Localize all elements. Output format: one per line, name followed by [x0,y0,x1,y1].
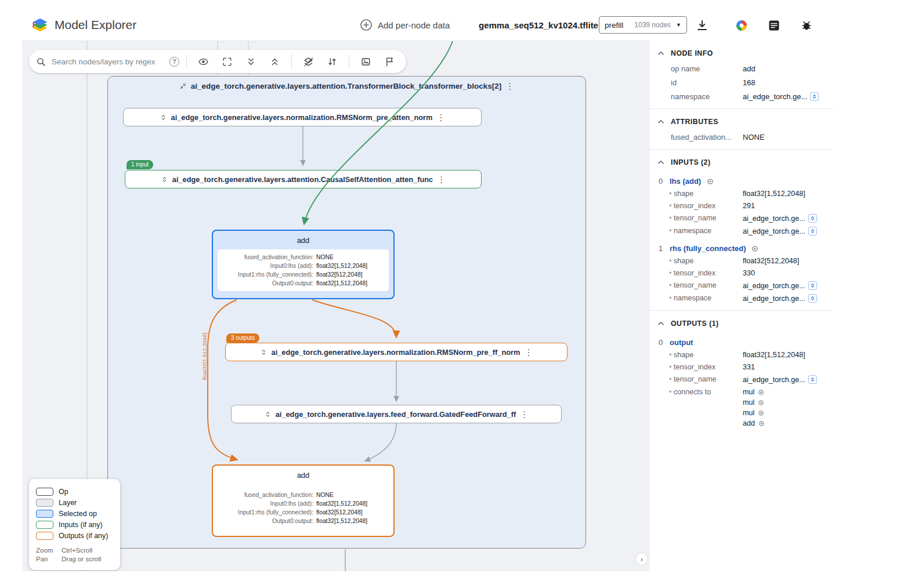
attr-row: fused_activation_function:NONE [222,491,384,499]
docs-list-button[interactable] [766,17,782,34]
detail-key: shape [669,190,743,198]
export-image-button[interactable] [356,52,375,71]
section-header-inputs[interactable]: INPUTS (2) [650,150,833,168]
section-header-outputs[interactable]: OUTPUTS (1) [650,311,833,329]
kebab-menu-icon[interactable]: ⋮ [437,175,446,184]
attr-key: Input1:rhs (fully_connected): [222,508,313,517]
layer-node-gated-feed-forward[interactable]: ai_edge_torch.generative.layers.feed_for… [231,405,562,423]
locate-icon[interactable] [751,245,759,253]
legend-label: Outputs (if any) [59,532,108,540]
info-value: 168 [743,78,755,87]
op-node-add-selected[interactable]: add fused_activation_function:NONE Input… [212,230,395,299]
locate-icon[interactable] [757,409,765,417]
collapse-diagonal-icon[interactable] [179,82,187,90]
connects-to-item: mul [743,388,765,396]
help-icon[interactable]: ? [169,57,179,67]
graph-selector-dropdown[interactable]: prefill 1039 nodes ▼ [599,16,687,34]
theme-palette-button[interactable] [733,17,750,34]
output-name[interactable]: output [670,338,693,347]
fit-to-screen-button[interactable] [218,52,237,71]
bug-icon [800,19,814,32]
unfold-icon [264,411,272,418]
input-name[interactable]: rhs (fully_connected) [670,244,746,253]
kebab-menu-icon[interactable]: ⋮ [436,113,445,122]
graph-name: prefill [605,21,623,30]
collapse-all-layers-button[interactable] [265,52,284,71]
expand-value-stepper[interactable] [808,227,817,235]
connected-node[interactable]: mul [743,398,754,406]
double-chevron-up-icon [269,56,280,67]
kebab-menu-icon[interactable]: ⋮ [524,348,533,357]
layer-node-rmsnorm-pre-ff-norm[interactable]: ai_edge_torch.generative.layers.normaliz… [225,343,567,361]
chevron-up-icon [657,49,665,57]
detail-key: tensor_index [669,202,743,210]
attr-row: Input0:lhs (add):float32[1,512,2048] [222,499,384,508]
detail-key: tensor_name [669,214,743,222]
detail-value: ai_edge_torch.ge... [743,295,805,303]
graph-canvas[interactable]: ai_edge_torch.generative.layers.attentio… [22,41,650,571]
info-value-wrap: ai_edge_torch.ge... [743,92,819,101]
flatten-layers-button[interactable] [299,52,318,71]
selected-op-swatch [36,510,53,518]
detail-row: shapefloat32[1,512,2048] [669,190,833,198]
section-header-node-info[interactable]: NODE INFO [650,41,833,59]
op-node-add-output[interactable]: add fused_activation_function:NONE Input… [212,464,395,537]
unfold-icon [809,215,816,222]
unfold-icon [809,228,816,234]
connects-to-item: add [743,419,765,427]
expand-value-stepper[interactable] [808,375,817,384]
attr-row: Input1:rhs (fully_connected):float32[512… [222,270,384,279]
expand-value-stepper[interactable] [808,281,817,290]
node-details-panel: NODE INFO op nameadd id168 namespace ai_… [650,41,833,571]
chevron-up-icon [657,118,665,126]
expand-value-stepper[interactable] [808,294,817,303]
locate-icon[interactable] [706,177,714,186]
section-header-attributes[interactable]: ATTRIBUTES [650,109,833,128]
input-name[interactable]: lhs (add) [670,177,701,186]
connected-node[interactable]: add [743,419,755,427]
detail-row: tensor_nameai_edge_torch.ge... [669,281,833,290]
locate-icon[interactable] [757,399,765,406]
expand-all-layers-button[interactable] [241,52,261,71]
kebab-menu-icon[interactable]: ⋮ [505,82,514,90]
inputs-swatch [36,521,53,529]
input-index: 1 [659,244,664,253]
detail-value: float32[512,2048] [743,257,799,265]
panel-toggle-button[interactable]: › [635,553,648,565]
detail-key: namespace [669,227,743,235]
detail-key: connects to [669,388,743,396]
output-item-header: 0 output [659,338,833,347]
visibility-button[interactable] [194,52,213,71]
layer-node-rmsnorm-pre-atten-norm[interactable]: ai_edge_torch.generative.layers.normaliz… [123,108,482,126]
detail-key: tensor_index [669,363,743,371]
unfold-icon [161,176,168,183]
add-per-node-data-button[interactable]: Add per-node data [360,17,450,32]
connected-node[interactable]: mul [743,409,754,417]
chevron-up-icon [657,158,665,166]
download-button[interactable] [694,17,710,34]
connected-node[interactable]: mul [743,388,754,396]
legend-item-inputs: Inputs (if any) [36,521,113,529]
bookmark-flag-button[interactable] [380,52,399,71]
kebab-menu-icon[interactable]: ⋮ [520,410,529,419]
detail-row: tensor_index330 [669,269,833,277]
detail-row: tensor_index291 [669,202,833,210]
detail-key: shape [669,351,743,359]
input-item-header: 1 rhs (fully_connected) [659,244,833,253]
sort-nodes-button[interactable] [323,52,342,71]
connects-to-item: mul [743,409,765,417]
locate-icon[interactable] [758,420,765,427]
model-explorer-logo-icon [31,16,49,34]
layer-node-causal-self-attention[interactable]: ai_edge_torch.generative.layers.attentio… [125,170,482,188]
legend-hints: ZoomCtrl+Scroll PanDrag or scroll [36,547,113,562]
list-icon [767,19,781,32]
search-input[interactable] [50,57,165,67]
section-title: OUTPUTS (1) [671,320,719,328]
app-header: Model Explorer Add per-node data gemma_s… [0,0,911,41]
report-bug-button[interactable] [798,17,815,34]
legend-item-selected-op: Selected op [36,510,113,518]
locate-icon[interactable] [757,389,765,396]
expand-value-stepper[interactable] [810,92,819,101]
input-index: 0 [659,177,664,186]
expand-value-stepper[interactable] [808,214,817,223]
